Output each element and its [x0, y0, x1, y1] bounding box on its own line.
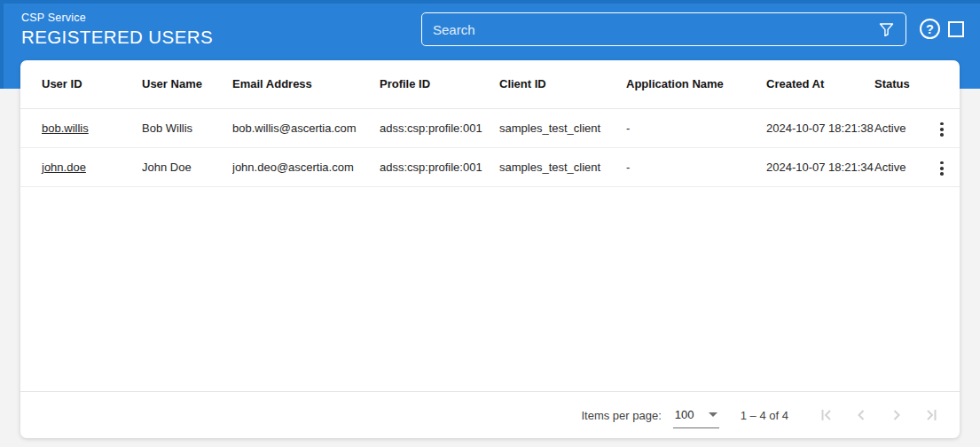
- row-menu-kebab-icon[interactable]: [933, 118, 951, 141]
- items-per-page-label: Items per page:: [581, 409, 661, 422]
- col-header-profile-id: Profile ID: [380, 60, 499, 108]
- col-header-created-at: Created At: [766, 60, 874, 108]
- last-page-button[interactable]: [914, 397, 950, 433]
- previous-page-button[interactable]: [843, 397, 879, 433]
- col-header-status: Status: [874, 60, 924, 108]
- col-header-user-name: User Name: [142, 60, 232, 108]
- status-cell: Active: [874, 147, 924, 186]
- created-at-cell: 2024-10-07 18:21:34: [766, 147, 874, 186]
- user-name-cell: John Doe: [142, 147, 232, 186]
- col-header-application-name: Application Name: [626, 60, 766, 108]
- square-icon[interactable]: [948, 21, 964, 37]
- first-page-button[interactable]: [808, 397, 843, 433]
- items-per-page-value: 100: [675, 408, 694, 421]
- row-menu-kebab-icon[interactable]: [933, 157, 951, 180]
- table-row: bob.willis Bob Willis bob.willis@ascerti…: [20, 108, 960, 147]
- profile-id-cell: adss:csp:profile:001: [380, 108, 499, 147]
- service-name: CSP Service: [21, 12, 213, 24]
- user-name-cell: Bob Willis: [142, 108, 232, 147]
- client-id-cell: samples_test_client: [499, 147, 626, 186]
- profile-id-cell: adss:csp:profile:001: [380, 147, 499, 186]
- registered-users-card: User ID User Name Email Address Profile …: [20, 60, 960, 438]
- users-table: User ID User Name Email Address Profile …: [20, 60, 960, 187]
- user-id-link[interactable]: bob.willis: [42, 122, 89, 135]
- filter-icon[interactable]: [877, 20, 906, 39]
- status-cell: Active: [874, 108, 924, 147]
- client-id-cell: samples_test_client: [499, 108, 626, 147]
- user-id-link[interactable]: john.doe: [42, 161, 86, 174]
- items-per-page-select[interactable]: 100: [673, 408, 719, 428]
- header-actions: ?: [920, 19, 964, 39]
- title-block: CSP Service REGISTERED USERS: [21, 12, 213, 48]
- caret-down-icon: [709, 412, 717, 417]
- col-header-email: Email Address: [232, 60, 380, 108]
- page-range-label: 1 – 4 of 4: [741, 409, 788, 422]
- page-title: REGISTERED USERS: [21, 27, 213, 48]
- paginator: Items per page: 100 1 – 4 of 4: [20, 391, 960, 438]
- table-row: john.doe John Doe john.deo@ascertia.com …: [20, 147, 960, 186]
- created-at-cell: 2024-10-07 18:21:38: [766, 108, 874, 147]
- application-name-cell: -: [626, 147, 766, 186]
- application-name-cell: -: [626, 108, 766, 147]
- table-header-row: User ID User Name Email Address Profile …: [20, 60, 960, 108]
- search-box[interactable]: [421, 12, 906, 46]
- next-page-button[interactable]: [879, 397, 914, 433]
- help-icon[interactable]: ?: [920, 19, 940, 39]
- email-cell: john.deo@ascertia.com: [232, 147, 380, 186]
- table-empty-area: [20, 187, 960, 392]
- app-window: CSP Service REGISTERED USERS ?: [0, 0, 980, 438]
- col-header-client-id: Client ID: [499, 60, 626, 108]
- col-header-user-id: User ID: [20, 60, 142, 108]
- search-input[interactable]: [422, 13, 877, 45]
- email-cell: bob.willis@ascertia.com: [232, 108, 380, 147]
- col-header-actions: [924, 60, 960, 108]
